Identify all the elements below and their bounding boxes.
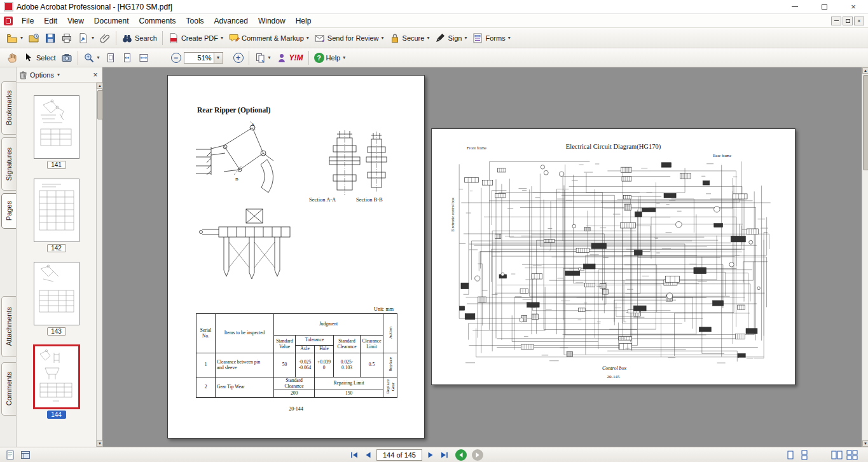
fit-width-button[interactable] [135,50,152,66]
page-size-icon[interactable] [5,450,15,460]
forms-icon [472,32,483,44]
continuous-button[interactable] [799,450,809,460]
last-page-button[interactable] [439,449,450,461]
maximize-button[interactable] [809,0,839,13]
menu-comments[interactable]: Comments [134,15,181,27]
doc-scroll-up[interactable]: ▲ [862,67,868,74]
thumbnail-141[interactable]: 141 [17,95,96,169]
save-button[interactable] [42,30,59,46]
first-page-button[interactable] [348,449,360,461]
view-toolbar: Select ▾ − ▾ + ▾ Y!M [0,48,868,67]
document-scrollbar[interactable]: ▲ ▼ [862,67,868,447]
hand-icon [6,52,18,64]
next-view-button[interactable] [472,449,483,461]
single-page-button[interactable] [785,450,796,460]
maximize-icon [822,4,827,10]
panel-scroll-thumb[interactable] [97,90,103,119]
thumbnail-142[interactable]: 142 [17,179,96,252]
sign-button[interactable]: Sign ▾ [432,30,469,46]
zoom-level-input[interactable] [184,52,214,64]
page-145[interactable]: Electrical Circuit Diagram(HG170) Front … [431,128,796,385]
menu-help[interactable]: Help [291,15,317,27]
camera-icon [61,52,72,64]
lock-icon [389,32,401,44]
page-display-button[interactable]: ▾ [252,50,273,66]
secure-button[interactable]: Secure ▾ [387,30,432,46]
tab-attachments[interactable]: Attachments [1,296,16,357]
inspection-table: Serial No. Items to be inspected Judgmen… [196,313,397,398]
facing-button[interactable] [831,450,843,460]
mdi-close-button[interactable]: × [854,17,864,25]
zoom-in-button[interactable]: + [231,50,246,66]
hand-tool-button[interactable] [4,50,20,66]
next-page-button[interactable] [425,449,436,461]
menu-advanced[interactable]: Advanced [209,15,253,27]
export-button[interactable]: ▾ [75,30,97,46]
comment-markup-button[interactable]: Comment & Markup ▾ [226,30,312,46]
help-button[interactable]: ? Help ▾ [312,50,348,66]
mdi-restore-button[interactable] [843,17,853,25]
pages-panel: Options ▾ × 141 142 [17,67,103,447]
previous-page-button[interactable] [362,449,374,461]
continuous-facing-button[interactable] [846,450,858,460]
minimize-button[interactable] [780,0,809,13]
menu-tools[interactable]: Tools [181,15,209,27]
menu-view[interactable]: View [62,15,89,27]
options-menu-button[interactable]: Options [30,71,54,79]
thumbnail-image-143 [34,262,79,325]
attach-button[interactable] [97,30,113,46]
mdi-minimize-button[interactable] [831,17,841,25]
panel-scroll-down[interactable]: ▼ [97,440,103,447]
fit-page-button[interactable] [119,50,135,66]
panel-close-button[interactable]: × [91,71,100,79]
toolbar-separator [162,31,163,45]
tab-pages[interactable]: Pages [1,193,16,229]
create-pdf-button[interactable]: Create PDF ▾ [165,30,226,46]
thumbnail-image-141 [34,95,79,159]
send-review-button[interactable]: Send for Review ▾ [312,30,387,46]
close-button[interactable]: × [839,0,868,13]
thumbnail-label-141: 141 [47,161,66,169]
yahoo-messenger-button[interactable]: Y!M [273,50,306,66]
window-title: Adobe Acrobat Professional - [HG170 SM.p… [17,3,172,11]
trash-icon[interactable] [19,71,27,79]
page-navigation [348,449,483,461]
doc-scroll-thumb[interactable] [863,75,868,170]
select-tool-button[interactable]: Select [20,50,59,66]
yahoo-messenger-icon [276,52,287,64]
tab-comments[interactable]: Comments [1,362,16,416]
zoom-dropdown-button[interactable]: ▾ [214,52,223,64]
organizer-button[interactable] [25,30,42,46]
menu-window[interactable]: Window [253,15,291,27]
previous-view-button[interactable] [455,449,467,461]
actual-size-icon [105,52,116,64]
snapshot-tool-button[interactable] [59,50,75,66]
fit-width-icon [138,52,149,64]
forms-button[interactable]: Forms ▾ [469,30,513,46]
menu-edit[interactable]: Edit [39,15,62,27]
doc-scroll-down[interactable]: ▼ [862,440,868,447]
window-options-icon[interactable] [20,450,31,460]
menu-document[interactable]: Document [89,15,134,27]
organizer-icon [28,32,39,44]
panel-scroll-up[interactable]: ▲ [97,83,103,89]
title-bar: Adobe Acrobat Professional - [HG170 SM.p… [0,0,868,14]
panel-scrollbar[interactable]: ▲ ▼ [96,83,102,447]
actual-size-button[interactable] [102,50,119,66]
tab-signatures[interactable]: Signatures [1,137,16,191]
document-area[interactable]: Rear Ripper (Optional) [103,67,862,447]
zoom-tool-button[interactable]: ▾ [81,50,102,66]
menu-file[interactable]: File [17,15,39,27]
thumbnail-144[interactable]: 144 [17,345,96,419]
open-button[interactable]: ▾ [4,30,25,46]
thumbnail-143[interactable]: 143 [17,262,96,336]
tab-bookmarks[interactable]: Bookmarks [1,81,16,135]
page-number-input[interactable] [376,449,422,461]
page-144[interactable]: Rear Ripper (Optional) [167,75,425,438]
page144-footer: 20-144 [168,406,424,412]
zoom-out-button[interactable]: − [169,50,184,66]
toolbar-separator [116,31,116,45]
print-icon [61,32,72,44]
print-button[interactable] [59,30,75,46]
search-button[interactable]: Search [119,30,160,46]
